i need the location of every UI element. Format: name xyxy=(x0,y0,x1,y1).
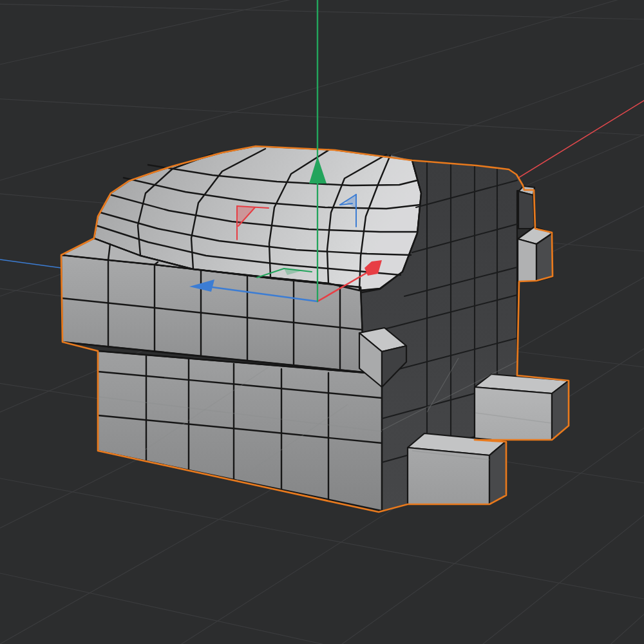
viewport-window xyxy=(0,0,644,644)
leg-block-upper-face xyxy=(475,387,552,440)
side-ear-cube-face xyxy=(518,239,536,281)
leg-block-upper[interactable] xyxy=(475,374,569,440)
side-step-block[interactable] xyxy=(518,186,535,229)
leg-block-lower[interactable] xyxy=(408,433,506,504)
leg-block-lower-face xyxy=(408,448,489,504)
side-step-block-face xyxy=(518,191,535,229)
selected-voxel-object[interactable] xyxy=(61,146,569,512)
viewport-canvas[interactable] xyxy=(0,0,644,644)
side-ear-cube[interactable] xyxy=(518,227,553,281)
